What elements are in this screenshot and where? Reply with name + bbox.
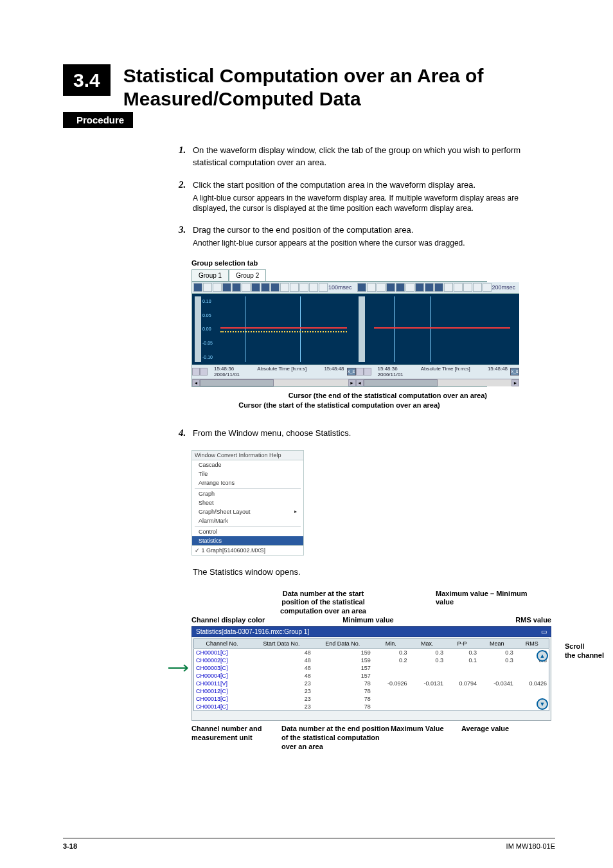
window-menu-figure: Window Convert Information Help Cascade …	[191, 450, 304, 556]
menu-item-graph-sheet-layout[interactable]: Graph/Sheet Layout▸	[192, 507, 303, 516]
table-cell: -0.0341	[479, 680, 515, 687]
table-row[interactable]: CH00004[C]48157	[194, 672, 549, 680]
table-cell	[479, 664, 515, 672]
next-icon[interactable]	[319, 283, 328, 292]
toolbar-button-icon[interactable]	[280, 283, 289, 292]
waveform-panel-left: 100msec 0.100.050.00-0.05-0.10	[192, 282, 356, 386]
zoom-out-icon[interactable]	[213, 283, 222, 292]
prev-icon[interactable]	[309, 283, 318, 292]
menu-item-arrange-icons[interactable]: Arrange Icons	[192, 478, 303, 487]
table-row[interactable]: CH00003[C]48157	[194, 664, 549, 672]
toolbar-button-icon[interactable]	[232, 283, 241, 292]
procedure-label: Procedure	[67, 112, 133, 128]
table-cell	[409, 687, 445, 695]
table-row[interactable]: CH00002[C]481590.20.30.10.30.3	[194, 656, 549, 664]
scroll-left-icon[interactable]: ◄	[192, 379, 200, 386]
horizontal-scrollbar[interactable]: ◄ ►	[192, 379, 356, 386]
toolbar-button-icon[interactable]	[261, 283, 270, 292]
menubar[interactable]: Window Convert Information Help	[191, 450, 304, 460]
menu-item-cascade[interactable]: Cascade	[192, 460, 303, 469]
nav-button-icon[interactable]	[200, 368, 208, 375]
toolbar-button-icon[interactable]	[299, 283, 308, 292]
menu-item-alarm-mark[interactable]: Alarm/Mark	[192, 516, 303, 525]
table-row[interactable]: CH00014[C]2378	[194, 703, 549, 711]
scroll-right-icon[interactable]: ►	[511, 379, 519, 386]
table-cell: CH00003[C]	[194, 664, 251, 672]
maximize-icon[interactable]: ▭	[541, 628, 547, 635]
table-cell: 78	[313, 703, 373, 711]
menu-item-control[interactable]: Control	[192, 527, 303, 536]
toolbar-button-icon[interactable]	[242, 283, 251, 292]
toolbar-button-icon[interactable]	[425, 283, 434, 292]
horizontal-scrollbar[interactable]: ◄ ►	[356, 379, 520, 386]
statistics-window-titlebar: Statistics[data-0307-1916.mxc:Group 1] ▭	[191, 626, 551, 637]
table-cell: 23	[250, 695, 313, 703]
scroll-down-icon[interactable]: ▼	[537, 698, 548, 710]
toolbar-button-icon[interactable]	[386, 283, 395, 292]
window-menu-dropdown: Cascade Tile Arrange Icons Graph Sheet G…	[191, 460, 304, 546]
toolbar-button-icon[interactable]	[463, 283, 472, 292]
next-icon[interactable]	[483, 283, 492, 292]
annot-max-minus-min: Maximum value – Minimum value	[436, 590, 545, 615]
page-footer: 3-18 IM MW180-01E	[63, 838, 555, 850]
toolbar-button-icon[interactable]	[454, 283, 463, 292]
scrollbar-thumb[interactable]	[200, 379, 274, 386]
toolbar-button-icon[interactable]	[405, 283, 414, 292]
x-axis-row: 15:48:362006/11/01 Absolute Time [h:m:s]…	[356, 365, 520, 379]
menu-item-graph[interactable]: Graph	[192, 489, 303, 498]
table-row[interactable]: CH00013[C]2378	[194, 695, 549, 703]
prev-icon[interactable]	[473, 283, 482, 292]
toolbar-button-icon[interactable]	[251, 283, 260, 292]
table-cell: -0.0131	[409, 680, 445, 687]
table-cell: CH00002[C]	[194, 656, 251, 664]
toolbar-button-icon[interactable]	[193, 283, 202, 292]
waveform-plot-area[interactable]: 0.100.050.00-0.05-0.10	[192, 294, 356, 365]
scrollbar-thumb[interactable]	[364, 379, 438, 386]
toolbar-button-icon[interactable]	[357, 283, 366, 292]
nav-button-icon[interactable]	[192, 368, 200, 375]
page-number: 3-18	[63, 842, 77, 850]
cursor-end[interactable]	[300, 296, 301, 362]
scroll-left-icon[interactable]: ◄	[356, 379, 364, 386]
toolbar-button-icon[interactable]	[271, 283, 280, 292]
menu-status-item[interactable]: ✓ 1 Graph[51406002.MXS]	[191, 546, 304, 556]
menu-item-tile[interactable]: Tile	[192, 469, 303, 478]
toolbar-button-icon[interactable]	[444, 283, 453, 292]
waveform-trace	[220, 331, 347, 332]
procedure-band: Procedure	[63, 112, 555, 128]
table-row[interactable]: CH00012[C]2378	[194, 687, 549, 695]
group-tab-2[interactable]: Group 2	[229, 269, 266, 281]
table-cell	[409, 703, 445, 711]
menu-item-statistics[interactable]: Statistics	[192, 536, 303, 545]
nav-button-icon[interactable]	[364, 368, 371, 375]
step-2: 2. Click the start position of the compu…	[179, 179, 555, 214]
table-cell	[373, 695, 409, 703]
menu-item-sheet[interactable]: Sheet	[192, 498, 303, 507]
scroll-up-icon[interactable]: ▲	[537, 650, 548, 662]
toolbar-button-icon[interactable]	[290, 283, 299, 292]
zoom-in-icon[interactable]	[367, 283, 376, 292]
cursor-start[interactable]	[245, 296, 245, 362]
zoom-in-icon[interactable]	[203, 283, 212, 292]
table-row[interactable]: CH00001[C]481590.30.30.30.30.3	[194, 649, 549, 657]
zoom-out-icon[interactable]	[377, 283, 386, 292]
nav-button-icon[interactable]	[356, 368, 364, 375]
toolbar-button-icon[interactable]	[434, 283, 443, 292]
toolbar-button-icon[interactable]	[222, 283, 231, 292]
toolbar-button-icon[interactable]	[415, 283, 424, 292]
table-row[interactable]: CH00011[V]2378-0.0926-0.01310.0794-0.034…	[194, 680, 549, 687]
waveform-plot-area[interactable]	[356, 294, 520, 365]
table-cell	[409, 695, 445, 703]
chevron-right-icon: ▸	[294, 509, 297, 514]
scroll-right-icon[interactable]: ►	[348, 379, 356, 386]
table-cell: 48	[250, 656, 313, 664]
stats-header-cell: Mean	[479, 639, 515, 649]
x-scale-button[interactable]: x_s	[510, 368, 519, 375]
cursor-end[interactable]	[430, 296, 431, 362]
group-tab-1[interactable]: Group 1	[191, 269, 229, 281]
cursor-start[interactable]	[394, 296, 395, 362]
table-cell: CH00014[C]	[194, 703, 251, 711]
x-scale-button[interactable]: x_s	[347, 368, 356, 375]
toolbar-button-icon[interactable]	[396, 283, 405, 292]
table-cell: 0.0794	[445, 680, 479, 687]
